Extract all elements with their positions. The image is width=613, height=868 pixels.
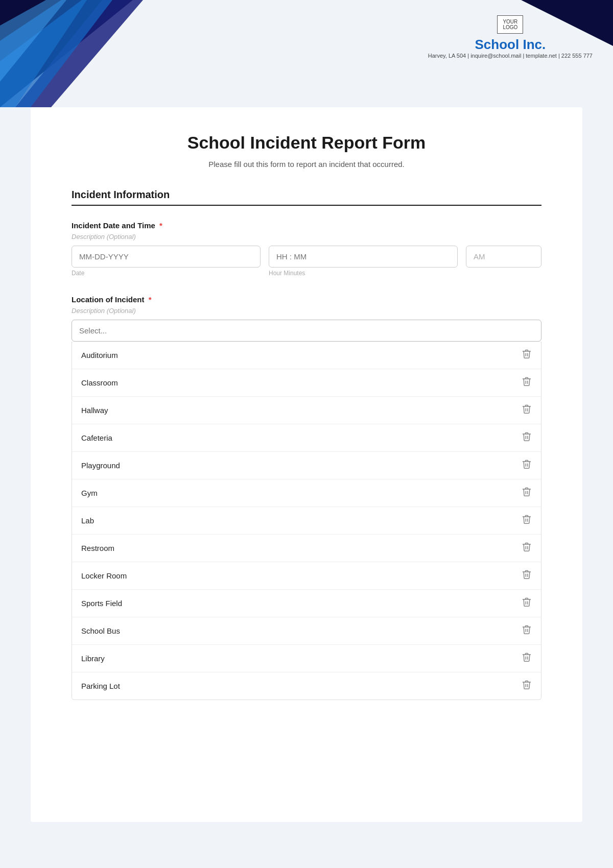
school-name: School Inc.: [428, 37, 593, 53]
trash-icon[interactable]: [522, 431, 532, 444]
option-label: Classroom: [81, 378, 118, 387]
list-item[interactable]: Locker Room: [72, 562, 541, 590]
trash-icon[interactable]: [522, 680, 532, 692]
trash-icon[interactable]: [522, 487, 532, 499]
trash-icon[interactable]: [522, 376, 532, 389]
option-label: Gym: [81, 489, 98, 497]
trash-icon[interactable]: [522, 514, 532, 527]
form-subtitle: Please fill out this form to report an i…: [72, 160, 541, 168]
option-label: Hallway: [81, 406, 108, 415]
trash-icon[interactable]: [522, 349, 532, 361]
list-item[interactable]: Lab: [72, 507, 541, 535]
date-time-row: Date Hour Minutes: [72, 246, 541, 277]
header: YOUR LOGO School Inc. Harvey, LA 504 | i…: [0, 0, 613, 107]
list-item[interactable]: Parking Lot: [72, 672, 541, 700]
school-contact: Harvey, LA 504 | inquire@school.mail | t…: [428, 53, 593, 59]
incident-datetime-label: Incident Date and Time *: [72, 221, 541, 230]
trash-icon[interactable]: [522, 597, 532, 610]
trash-icon[interactable]: [522, 459, 532, 472]
logo-box: YOUR LOGO: [497, 15, 523, 34]
list-item[interactable]: Library: [72, 645, 541, 672]
page: YOUR LOGO School Inc. Harvey, LA 504 | i…: [0, 0, 613, 868]
time-input-wrapper: Hour Minutes: [269, 246, 458, 277]
option-label: Auditorium: [81, 351, 118, 359]
date-input-wrapper: Date: [72, 246, 261, 277]
option-label: Cafeteria: [81, 433, 112, 442]
option-label: Restroom: [81, 544, 114, 552]
trash-icon[interactable]: [522, 542, 532, 554]
option-label: Lab: [81, 516, 94, 525]
list-item[interactable]: Cafeteria: [72, 424, 541, 452]
list-item[interactable]: Classroom: [72, 369, 541, 397]
header-logo-area: YOUR LOGO School Inc. Harvey, LA 504 | i…: [428, 15, 593, 59]
header-decoration: [0, 0, 163, 107]
section-title: Incident Information: [72, 189, 541, 206]
ampm-wrapper: [466, 246, 541, 268]
option-label: Parking Lot: [81, 682, 120, 690]
time-input[interactable]: [269, 246, 458, 268]
ampm-input[interactable]: [466, 246, 541, 268]
time-sublabel: Hour Minutes: [269, 270, 458, 277]
trash-icon[interactable]: [522, 624, 532, 637]
date-input[interactable]: [72, 246, 261, 268]
location-description: Description (Optional): [72, 307, 541, 315]
option-label: Library: [81, 654, 105, 663]
incident-datetime-description: Description (Optional): [72, 233, 541, 240]
trash-icon[interactable]: [522, 569, 532, 582]
incident-datetime-group: Incident Date and Time * Description (Op…: [72, 221, 541, 277]
location-options-list: Auditorium Classroom Hallway Cafeteria P…: [72, 342, 541, 700]
main-content: School Incident Report Form Please fill …: [31, 107, 582, 822]
trash-icon[interactable]: [522, 404, 532, 417]
option-label: Sports Field: [81, 599, 122, 608]
option-label: School Bus: [81, 626, 120, 635]
list-item[interactable]: Gym: [72, 479, 541, 507]
required-marker: *: [159, 221, 162, 230]
location-required-marker: *: [149, 295, 152, 304]
trash-icon[interactable]: [522, 652, 532, 665]
list-item[interactable]: Playground: [72, 452, 541, 479]
form-title: School Incident Report Form: [72, 133, 541, 153]
list-item[interactable]: Hallway: [72, 397, 541, 424]
location-group: Location of Incident * Description (Opti…: [72, 295, 541, 700]
list-item[interactable]: School Bus: [72, 617, 541, 645]
location-select-input[interactable]: [72, 320, 541, 342]
option-label: Locker Room: [81, 571, 127, 580]
option-label: Playground: [81, 461, 120, 470]
list-item[interactable]: Restroom: [72, 535, 541, 562]
list-item[interactable]: Auditorium: [72, 342, 541, 369]
location-label: Location of Incident *: [72, 295, 541, 304]
list-item[interactable]: Sports Field: [72, 590, 541, 617]
date-sublabel: Date: [72, 270, 261, 277]
